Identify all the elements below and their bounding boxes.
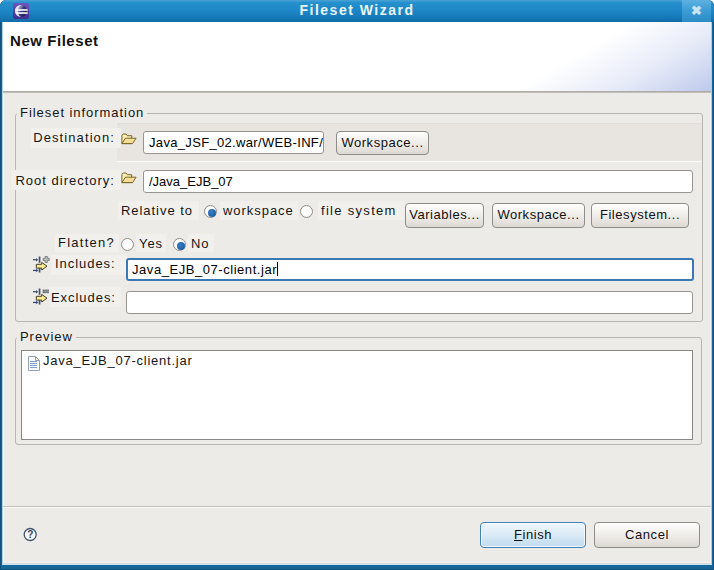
svg-text:?: ?	[27, 529, 33, 540]
